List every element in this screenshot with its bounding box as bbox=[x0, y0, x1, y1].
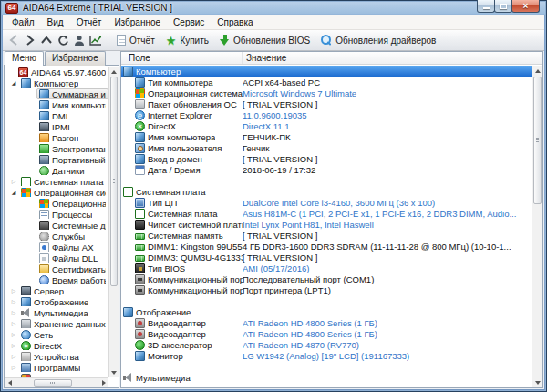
expand-arrow-icon[interactable]: ▷ bbox=[9, 285, 18, 296]
scroll-left-button[interactable] bbox=[5, 378, 15, 387]
refresh-button[interactable] bbox=[55, 33, 71, 48]
tree-item[interactable]: ▷Устройства bbox=[5, 351, 108, 362]
value-text[interactable]: Microsoft Windows 7 Ultimate bbox=[243, 88, 532, 98]
tree-item[interactable]: 64AIDA64 v5.97.4600 bbox=[5, 67, 108, 77]
tree-item[interactable]: Службы bbox=[5, 231, 108, 242]
table-row[interactable]: Тип ЦПDualCore Intel Core i3-4160, 3600 … bbox=[121, 197, 532, 208]
menu-item-view[interactable]: Вид bbox=[41, 16, 70, 28]
section-row[interactable]: Мультимедиа bbox=[121, 372, 532, 383]
value-text[interactable]: 11.0.9600.19035 bbox=[243, 110, 532, 120]
collapse-arrow-icon[interactable]: ◢ bbox=[9, 187, 18, 198]
scroll-right-button[interactable] bbox=[98, 378, 108, 387]
tree-item[interactable]: Имя компьютера bbox=[5, 99, 108, 110]
buy-button[interactable]: ★ Купить bbox=[162, 34, 216, 47]
toolbar-person-button[interactable] bbox=[71, 33, 88, 48]
collapse-arrow-icon[interactable]: ◢ bbox=[9, 77, 18, 88]
section-row[interactable]: Компьютер bbox=[121, 66, 532, 77]
main-vertical-scrollbar[interactable] bbox=[532, 66, 542, 387]
scroll-down-button[interactable] bbox=[109, 367, 119, 377]
expand-arrow-icon[interactable]: ▷ bbox=[9, 351, 18, 362]
tree-item[interactable]: ▷Сервер bbox=[5, 285, 108, 296]
scroll-up-button[interactable] bbox=[109, 67, 119, 77]
tree-item[interactable]: Системные драйве bbox=[5, 220, 108, 231]
nav-forward-button[interactable] bbox=[22, 33, 38, 48]
tab-menu[interactable]: Меню bbox=[5, 51, 44, 66]
table-row[interactable]: 3D-акселераторATI Radeon HD 4870 (RV770) bbox=[121, 339, 532, 350]
tree-item[interactable]: Портативный ПК bbox=[5, 154, 108, 165]
expand-arrow-icon[interactable]: ▷ bbox=[9, 307, 18, 318]
maximize-button[interactable] bbox=[494, 0, 512, 13]
tree-item[interactable]: ▷Сеть bbox=[5, 329, 108, 340]
expand-arrow-icon[interactable]: ▷ bbox=[9, 329, 18, 340]
table-row[interactable]: МониторLG W1942 (Analog) [19" LCD] (1911… bbox=[121, 350, 532, 361]
tree-item[interactable]: ◢Компьютер bbox=[5, 77, 108, 88]
value-text[interactable]: ATI Radeon HD 4870 (RV770) bbox=[243, 340, 532, 350]
scrollbar-thumb[interactable] bbox=[34, 379, 72, 387]
table-row[interactable]: Коммуникационный портПоследовательный по… bbox=[121, 273, 532, 284]
scroll-up-button[interactable] bbox=[532, 66, 542, 76]
tree-item[interactable]: Время работы bbox=[5, 274, 108, 285]
table-row[interactable]: DIMM3: QUM3U-4G1333K9[ TRIAL VERSION ] bbox=[121, 252, 532, 263]
tree-item[interactable]: ◢Операционная систем bbox=[5, 187, 108, 198]
nav-back-button[interactable] bbox=[5, 33, 22, 48]
value-text[interactable]: DualCore Intel Core i3-4160, 3600 МГц (3… bbox=[243, 198, 532, 208]
sidebar-horizontal-scrollbar[interactable] bbox=[5, 377, 108, 387]
tree-item[interactable]: IPMI bbox=[5, 121, 108, 132]
tree-item[interactable]: ▷Хранение данных bbox=[5, 318, 108, 329]
titlebar[interactable]: 64 AIDA64 Extreme [ TRIAL VERSION ] bbox=[0, 0, 547, 15]
value-text[interactable]: ATI Radeon HD 4800 Series (1 ГБ) bbox=[243, 318, 532, 328]
table-row[interactable]: Имя пользователяГенчик bbox=[121, 142, 532, 153]
table-row[interactable]: Операционная системаMicrosoft Windows 7 … bbox=[121, 88, 532, 98]
tree-item[interactable]: Процессы bbox=[5, 209, 108, 220]
section-row[interactable]: Отображение bbox=[121, 306, 532, 317]
table-row[interactable]: Коммуникационный портПорт принтера (LPT1… bbox=[121, 284, 532, 295]
menu-item-favorites[interactable]: Избранное bbox=[108, 16, 167, 28]
table-row[interactable]: DirectXDirectX 11.1 bbox=[121, 120, 532, 131]
tree-item[interactable]: Файлы AX bbox=[5, 242, 108, 253]
value-text[interactable]: LG W1942 (Analog) [19" LCD] (191167333) bbox=[243, 351, 532, 361]
tree-item[interactable]: ▷DirectX bbox=[5, 340, 108, 351]
table-row[interactable]: Системная платаAsus H81M-C (1 PCI, 2 PCI… bbox=[121, 208, 532, 219]
minimize-button[interactable] bbox=[477, 0, 495, 13]
expand-arrow-icon[interactable]: ▷ bbox=[9, 340, 18, 351]
report-button[interactable]: Отчёт bbox=[113, 33, 162, 47]
table-row[interactable]: Чипсет системной платыIntel Lynx Point H… bbox=[121, 219, 532, 230]
table-row[interactable]: Тип BIOSAMI (05/17/2016) bbox=[121, 263, 532, 273]
tree-item[interactable]: ▷Отображение bbox=[5, 296, 108, 307]
column-header-value[interactable]: Значение bbox=[243, 52, 542, 64]
table-row[interactable]: DIMM1: Kingston 99U5584-0...4 ГБ DDR3-16… bbox=[121, 241, 532, 252]
value-text[interactable]: AMI (05/17/2016) bbox=[243, 263, 532, 273]
driver-updates-button[interactable]: Обновления драйверов bbox=[317, 33, 443, 47]
bios-updates-button[interactable]: Обновления BIOS bbox=[216, 33, 317, 47]
table-row[interactable]: Тип компьютераACPI x64-based PC bbox=[121, 77, 532, 88]
expand-arrow-icon[interactable]: ▷ bbox=[9, 296, 18, 307]
close-button[interactable]: × bbox=[511, 0, 540, 13]
section-row[interactable]: Системная плата bbox=[121, 186, 532, 197]
table-row[interactable]: Имя компьютераГЕНЧИК-ПК bbox=[121, 131, 532, 142]
tree-item[interactable]: Разгон bbox=[5, 132, 108, 143]
tree-item[interactable]: Электропитание bbox=[5, 143, 108, 154]
tab-favorites[interactable]: Избранное bbox=[45, 51, 106, 66]
nav-up-button[interactable] bbox=[38, 33, 55, 48]
table-row[interactable]: Вход в домен[ TRIAL VERSION ] bbox=[121, 153, 532, 164]
table-row[interactable]: Internet Explorer11.0.9600.19035 bbox=[121, 109, 532, 120]
table-row[interactable]: Дата / Время2018-06-19 / 17:32 bbox=[121, 164, 532, 175]
tree-item[interactable]: DMI bbox=[5, 110, 108, 121]
scrollbar-thumb[interactable] bbox=[533, 77, 542, 204]
menu-item-report[interactable]: Отчёт bbox=[70, 16, 108, 28]
value-text[interactable]: Asus H81M-C (1 PCI, 2 PCI-E x1, 1 PCI-E … bbox=[243, 209, 532, 219]
expand-arrow-icon[interactable]: ▷ bbox=[9, 318, 18, 329]
column-header-field[interactable]: Поле bbox=[121, 52, 243, 64]
menu-item-tools[interactable]: Сервис bbox=[167, 16, 211, 28]
tree-item[interactable]: ▷Мультимедиа bbox=[5, 307, 108, 318]
tree-item[interactable]: ▷Программы bbox=[5, 362, 108, 373]
tree-item[interactable]: Операционная сис bbox=[5, 198, 108, 209]
scrollbar-thumb[interactable] bbox=[110, 77, 118, 286]
expand-arrow-icon[interactable]: ▷ bbox=[9, 362, 18, 373]
sidebar-vertical-scrollbar[interactable] bbox=[108, 67, 119, 377]
expand-arrow-icon[interactable]: ▷ bbox=[9, 176, 18, 187]
value-text[interactable]: Intel Lynx Point H81, Intel Haswell bbox=[243, 220, 532, 230]
table-row[interactable]: Системная память[ TRIAL VERSION ] bbox=[121, 230, 532, 241]
tree-item[interactable]: Файлы DLL bbox=[5, 253, 108, 263]
table-row[interactable]: Пакет обновления ОС[ TRIAL VERSION ] bbox=[121, 98, 532, 109]
